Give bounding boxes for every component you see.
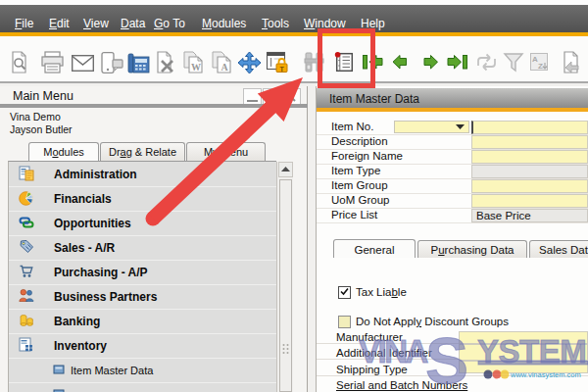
svg-text:W: W (191, 62, 201, 73)
svg-text:Z: Z (538, 62, 543, 71)
svg-text:VINA: VINA (359, 333, 428, 369)
svg-text:T: T (280, 66, 285, 73)
svg-text:A: A (221, 62, 229, 73)
svg-text:S: S (425, 324, 468, 392)
svg-text:www.vinasystem.com: www.vinasystem.com (510, 370, 581, 379)
